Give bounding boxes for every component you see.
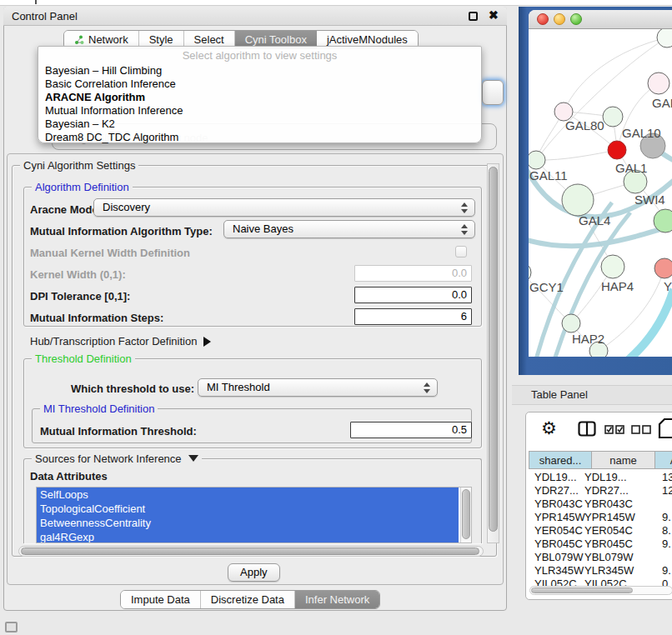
table-row[interactable]: YDR27...YDR27...12 <box>531 484 672 498</box>
settings-horizontal-scrollbar[interactable] <box>18 546 484 557</box>
mi-threshold-field[interactable]: 0.5 <box>350 422 472 438</box>
close-traffic-light-icon[interactable] <box>537 13 549 25</box>
cell-name: YLR345W <box>584 564 634 578</box>
close-icon[interactable]: ✖ <box>489 8 499 22</box>
menu-item-mutual-information[interactable]: Mutual Information Inference <box>42 104 475 118</box>
node-label-gal1[interactable]: GAL1 <box>615 161 647 175</box>
apply-button[interactable]: Apply <box>228 563 280 582</box>
top-strip <box>0 0 672 6</box>
node-label-swi4[interactable]: SWI4 <box>634 192 665 207</box>
control-panel-title: Control Panel <box>12 10 78 22</box>
expand-right-icon <box>203 337 211 347</box>
list-item-topologicalcoefficient[interactable]: TopologicalCoefficient <box>37 502 459 516</box>
settings-vscroll-thumb[interactable] <box>489 167 498 532</box>
cell-value: 12 <box>662 484 672 498</box>
mi-type-select[interactable]: Naive Bayes <box>223 220 475 238</box>
node-label-gal11[interactable]: GAL11 <box>529 168 568 182</box>
top-strip-cursor <box>35 0 37 4</box>
deselect-all-icon[interactable] <box>631 424 652 437</box>
menu-item-bayesian-hill-climbing[interactable]: Bayesian – Hill Climbing <box>42 64 475 78</box>
table-panel-window: ⚙ shared... name A YDL19...YDL19...13 YD… <box>525 412 672 600</box>
columns-icon[interactable] <box>578 421 596 439</box>
network-canvas[interactable]: GAL80 GAL10 GAL1 GAL11 SWI4 GAL4 GCY1 HA… <box>529 29 672 357</box>
manual-kernel-label: Manual Kernel Width Definition <box>30 247 190 259</box>
algorithm-definition-title: Algorithm Definition <box>32 181 133 193</box>
tab-discretize-data-label: Discretize Data <box>211 591 284 608</box>
table-row[interactable]: YDL19...YDL19...13 <box>531 471 672 484</box>
table-hscroll-thumb[interactable] <box>531 588 633 593</box>
node-label-gcy1[interactable]: GCY1 <box>529 280 564 294</box>
tab-discretize-data[interactable]: Discretize Data <box>201 591 295 608</box>
minimize-traffic-light-icon[interactable] <box>554 13 565 25</box>
list-item-gal4rgexp[interactable]: gal4RGexp <box>37 530 459 543</box>
dock-panel-icon[interactable] <box>5 622 18 632</box>
node-label-gal4[interactable]: GAL4 <box>579 213 610 228</box>
table-horizontal-scrollbar[interactable] <box>529 586 672 595</box>
node-label-hap2[interactable]: HAP2 <box>572 332 604 346</box>
node-label-hap4[interactable]: HAP4 <box>601 279 634 293</box>
column-header-third[interactable]: A <box>655 451 672 469</box>
aracne-mode-select[interactable]: Discovery <box>93 198 475 217</box>
table-row[interactable]: YIL052CYIL052C0. <box>531 578 672 586</box>
cell-name: YBR045C <box>584 538 633 551</box>
menu-item-aracne[interactable]: ARACNE Algorithm <box>42 91 475 104</box>
tab-infer-network[interactable]: Infer Network <box>295 591 379 608</box>
dpi-tolerance-field[interactable]: 0.0 <box>354 287 472 303</box>
menu-item-dream8[interactable]: Dream8 DC_TDC Algorithm <box>42 131 475 144</box>
select-all-checks-icon[interactable] <box>604 424 625 437</box>
control-panel-titlebar <box>3 7 507 26</box>
sources-group-title: Sources for Network Inference <box>32 452 202 465</box>
column-header-shared-name[interactable]: shared... <box>529 451 592 469</box>
cell-value: 9. <box>662 511 671 524</box>
which-threshold-value: MI Threshold <box>207 381 270 393</box>
cell-name: YER054C <box>584 524 633 538</box>
node-label-y-partial[interactable]: Y <box>664 279 672 293</box>
which-threshold-select[interactable]: MI Threshold <box>198 378 438 397</box>
cell-value: 9. <box>662 564 671 578</box>
hub-definition-expander[interactable]: Hub/Transcription Factor Definition <box>30 335 211 348</box>
which-threshold-label: Which threshold to use: <box>71 382 194 395</box>
algorithm-dropdown-placeholder: Select algorithm to view settings <box>38 49 481 62</box>
mi-type-label: Mutual Information Algorithm Type: <box>30 225 213 238</box>
menu-item-basic-correlation[interactable]: Basic Correlation Inference <box>42 78 475 91</box>
cell-name: YDR27... <box>584 484 629 498</box>
network-icon <box>74 35 84 45</box>
menu-item-bayesian-k2[interactable]: Bayesian – K2 <box>42 118 475 131</box>
list-vertical-scrollbar[interactable] <box>460 488 471 542</box>
settings-vertical-scrollbar[interactable] <box>487 163 499 543</box>
table-row[interactable]: YBR045CYBR045C9. <box>531 538 672 551</box>
list-scrollbar-thumb[interactable] <box>462 489 470 539</box>
list-item-betweennesscentrality[interactable]: BetweennessCentrality <box>37 516 459 530</box>
mi-steps-field[interactable]: 6 <box>354 308 472 325</box>
float-window-icon[interactable] <box>469 12 478 21</box>
aracne-mode-value: Discovery <box>103 201 150 213</box>
cell-shared: YDL19... <box>534 471 577 484</box>
dpi-tolerance-label: DPI Tolerance [0,1]: <box>30 290 130 302</box>
tab-impute-data[interactable]: Impute Data <box>121 591 201 608</box>
node-label-gal10[interactable]: GAL10 <box>622 126 661 140</box>
tab-infer-network-label: Infer Network <box>305 591 369 608</box>
kernel-width-field[interactable]: 0.0 <box>354 265 472 282</box>
table-row[interactable]: YBR043CYBR043C <box>531 498 672 511</box>
function-builder-icon[interactable] <box>658 418 672 442</box>
zoom-traffic-light-icon[interactable] <box>570 13 582 25</box>
table-row[interactable]: YER054CYER054C8. <box>531 524 672 538</box>
data-attributes-label: Data Attributes <box>30 470 108 482</box>
column-header-name[interactable]: name <box>592 451 655 469</box>
settings-hscroll-thumb[interactable] <box>21 548 479 555</box>
mi-type-value: Naive Bayes <box>233 222 293 235</box>
hub-definition-label: Hub/Transcription Factor Definition <box>30 335 197 348</box>
cell-shared: YPR145W <box>534 511 585 524</box>
manual-kernel-checkbox[interactable] <box>455 246 467 258</box>
table-row[interactable]: YPR145WYPR145W9. <box>531 511 672 524</box>
node-label-gal-partial[interactable]: GAL <box>652 96 672 110</box>
network-window-titlebar <box>529 10 672 29</box>
list-item-selfloops[interactable]: SelfLoops <box>37 488 459 502</box>
table-row[interactable]: YBL079WYBL079W <box>531 551 672 564</box>
mi-steps-label: Mutual Information Steps: <box>30 312 163 324</box>
gear-icon[interactable]: ⚙ <box>541 419 557 438</box>
hidden-combo-fragment <box>482 80 504 105</box>
table-row[interactable]: YLR345WYLR345W9. <box>531 564 672 578</box>
cell-shared: YLR345W <box>534 564 584 578</box>
node-label-gal80[interactable]: GAL80 <box>565 118 604 132</box>
